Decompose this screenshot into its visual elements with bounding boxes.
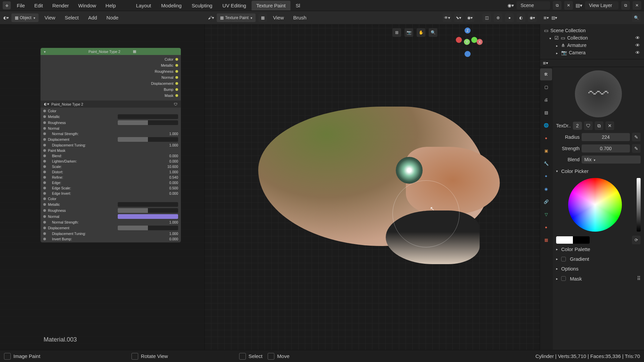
socket-in[interactable]	[43, 160, 46, 163]
socket-out[interactable]	[175, 94, 178, 97]
texture-paint-mode[interactable]: ▦ Texture Paint	[217, 13, 256, 22]
tab-render[interactable]: ▢	[540, 81, 552, 93]
tab-viewlayer[interactable]: ▤	[540, 107, 552, 119]
menu-edit[interactable]: Edit	[32, 1, 45, 10]
viewlayer-browse-icon[interactable]: ▤▾	[576, 3, 582, 8]
section-mask[interactable]: Mask⠿	[556, 274, 641, 284]
tab-physics[interactable]: ◉	[540, 183, 552, 195]
node-input-value[interactable]: 0.000	[169, 237, 178, 241]
node-input-row[interactable]: Metallic	[41, 201, 181, 207]
node-input-value[interactable]: 10.600	[167, 165, 178, 169]
socket-in[interactable]	[43, 181, 46, 184]
viewlayer-delete-icon[interactable]: ✕	[633, 1, 641, 10]
brush-preview[interactable]: 〰	[575, 70, 622, 117]
socket-in[interactable]	[43, 209, 46, 212]
scene-browse-icon[interactable]: ◉▾	[507, 3, 514, 8]
axis-x-neg[interactable]	[456, 37, 462, 43]
shading-solid-icon[interactable]: ●	[505, 13, 514, 22]
section-color-picker[interactable]: Color Picker	[556, 166, 641, 176]
socket-in[interactable]	[43, 232, 46, 235]
workspace-uv-editing[interactable]: UV Editing	[218, 1, 251, 10]
node-input-row[interactable]: Displacement	[41, 225, 181, 231]
node-menu-view[interactable]: View	[41, 13, 59, 22]
node-input-row[interactable]: Blend:0.000	[41, 153, 181, 159]
grid-icon[interactable]: ⊞	[392, 28, 401, 37]
viewport-menu-view[interactable]: View	[270, 13, 287, 22]
socket-in[interactable]	[43, 121, 46, 124]
tab-particles[interactable]: ✦	[540, 170, 552, 182]
socket-in[interactable]	[43, 187, 46, 189]
menu-window[interactable]: Window	[76, 1, 98, 10]
eye-icon[interactable]: 👁	[635, 43, 640, 48]
node-input-value[interactable]: 0.000	[169, 154, 178, 158]
tab-active-tool[interactable]: 🛠	[540, 68, 552, 80]
swatch-primary[interactable]	[556, 236, 573, 244]
node-input-row[interactable]: Color	[41, 196, 181, 201]
properties-editor-icon[interactable]: ≣▾	[543, 61, 641, 65]
disclosure-icon[interactable]	[556, 50, 559, 55]
node-input-row[interactable]: Lighten/Darken:0.000	[41, 159, 181, 164]
tab-constraints[interactable]: 🔗	[540, 196, 552, 208]
section-gradient[interactable]: Gradient	[556, 254, 641, 264]
node-paint-noise[interactable]: Paint_Noise Type 2 ▦ Color Metallic Roug…	[40, 48, 181, 243]
socket-in[interactable]	[43, 138, 46, 141]
outliner-camera[interactable]: 📷 Camera 👁	[543, 49, 641, 56]
workspace-modeling[interactable]: Modeling	[157, 1, 186, 10]
node-input-row[interactable]: Edge:0.000	[41, 180, 181, 185]
value-slider[interactable]	[637, 178, 641, 232]
outliner-collection[interactable]: ☑ ▭ Collection 👁	[543, 34, 641, 42]
tab-world[interactable]: ●	[540, 132, 552, 144]
workspace-texture-paint[interactable]: Texture Paint	[252, 1, 290, 10]
node-menu-node[interactable]: Node	[103, 13, 122, 22]
xray-icon[interactable]: ◫	[482, 13, 491, 22]
node-input-value[interactable]: 1.000	[169, 143, 178, 147]
axis-x[interactable]: X	[477, 39, 483, 45]
node-group-icon[interactable]: ◐▾	[44, 102, 49, 106]
node-menu-add[interactable]: Add	[85, 13, 101, 22]
outliner[interactable]: ▭ Scene Collection ☑ ▭ Collection 👁 ⋔ Ar…	[540, 24, 644, 59]
section-options[interactable]: Options	[556, 264, 641, 274]
socket-in[interactable]	[43, 165, 46, 168]
pan-icon[interactable]: ✋	[417, 28, 425, 37]
node-input-row[interactable]: Normal Strength:1.000	[41, 131, 181, 136]
tab-scene[interactable]: 🌐	[540, 119, 552, 131]
drag-icon[interactable]: ⠿	[637, 276, 641, 282]
disclosure-icon[interactable]	[556, 43, 559, 48]
node-sub-header[interactable]: ◐▾ Paint_Noise Type 2 🛡	[41, 101, 181, 108]
node-input-value[interactable]: 1.000	[169, 232, 178, 236]
node-input-row[interactable]: Roughness	[41, 207, 181, 214]
socket-out[interactable]	[175, 64, 178, 67]
socket-in[interactable]	[43, 171, 46, 173]
socket-in[interactable]	[43, 115, 46, 118]
socket-in[interactable]	[43, 197, 46, 200]
node-input-slider[interactable]	[118, 202, 178, 207]
tab-output[interactable]: 🖨	[540, 94, 552, 106]
socket-in[interactable]	[43, 227, 46, 229]
node-input-row[interactable]: Edge Invert:0.000	[41, 191, 181, 196]
axis-y[interactable]: Y	[464, 39, 470, 45]
outliner-armature[interactable]: ⋔ Armature 👁	[543, 42, 641, 49]
scene-delete-icon[interactable]: ✕	[564, 1, 573, 10]
socket-in[interactable]	[43, 192, 46, 195]
node-input-value[interactable]: 0.000	[169, 159, 178, 163]
strength-value[interactable]: 0.700	[582, 144, 630, 153]
node-input-value[interactable]: 0.000	[169, 181, 178, 185]
camera-icon[interactable]: 📷	[405, 28, 413, 37]
node-input-row[interactable]: Displacement Tuning:1.000	[41, 142, 181, 148]
socket-out[interactable]	[175, 88, 178, 91]
section-color-palette[interactable]: Color Palette	[556, 244, 641, 254]
fake-user-icon[interactable]: 🛡	[584, 121, 593, 130]
node-input-slider[interactable]	[118, 137, 178, 142]
eye-icon[interactable]: 👁	[635, 50, 640, 55]
node-input-row[interactable]: Metallic	[41, 114, 181, 120]
menu-help[interactable]: Help	[104, 1, 118, 10]
socket-in[interactable]	[43, 221, 46, 224]
node-input-row[interactable]: Scale:10.600	[41, 164, 181, 169]
editor-type-icon[interactable]: ◐▾	[3, 15, 9, 20]
viewport-overlay-icon[interactable]: ◉▾	[466, 13, 474, 22]
node-menu-select[interactable]: Select	[61, 13, 82, 22]
node-options-icon[interactable]: ▦	[133, 49, 177, 54]
socket-out[interactable]	[175, 76, 178, 79]
node-input-value[interactable]: 0.500	[169, 186, 178, 190]
socket-out[interactable]	[175, 70, 178, 73]
